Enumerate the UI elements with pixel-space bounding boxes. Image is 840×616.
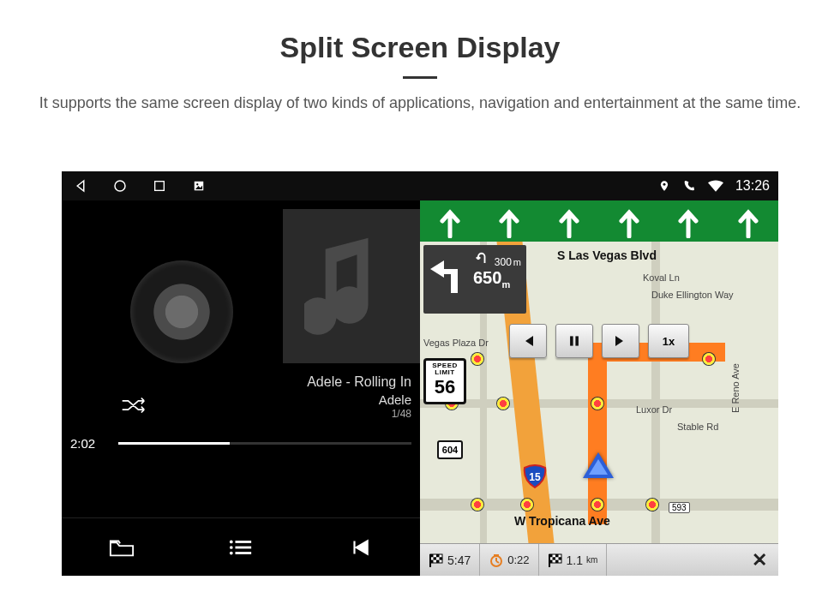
skip-next-icon xyxy=(613,334,628,348)
svg-rect-8 xyxy=(235,546,251,548)
lane-arrow-icon xyxy=(735,204,761,238)
page-title: Split Screen Display xyxy=(0,31,840,64)
skip-previous-icon xyxy=(349,536,371,559)
music-note-icon xyxy=(304,230,399,342)
distance-readout[interactable]: 1.1 km xyxy=(539,544,608,576)
page-subtitle: It supports the same screen display of t… xyxy=(34,93,806,114)
street-label: Luxor Dr xyxy=(636,404,672,415)
playlist-button[interactable] xyxy=(224,530,258,565)
interstate-shield-icon: 15 xyxy=(523,464,547,488)
exit-number-badge: 593 xyxy=(669,502,690,513)
next-turn-distance: 300m xyxy=(476,250,521,268)
folder-icon xyxy=(109,537,135,558)
android-statusbar: 13:26 xyxy=(62,171,778,200)
elapsed-time: 2:02 xyxy=(70,436,110,451)
svg-rect-10 xyxy=(235,552,251,554)
track-index: 1/48 xyxy=(307,408,411,422)
lane-arrow-icon xyxy=(496,204,522,238)
checkered-flag-icon xyxy=(548,553,563,568)
traffic-light-icon xyxy=(646,499,658,511)
traffic-light-icon xyxy=(591,499,603,511)
traffic-light-icon xyxy=(497,398,509,410)
svg-point-7 xyxy=(230,546,233,549)
svg-rect-20 xyxy=(436,559,440,562)
nav-media-controls: 1x xyxy=(509,324,689,358)
album-placeholder xyxy=(283,209,420,363)
phone-icon xyxy=(682,179,696,193)
clock-icon xyxy=(489,553,504,568)
svg-rect-1 xyxy=(155,182,165,191)
svg-rect-18 xyxy=(440,557,443,559)
duration-readout[interactable]: 0:22 xyxy=(480,544,538,576)
svg-point-9 xyxy=(230,551,233,554)
svg-text:15: 15 xyxy=(529,471,541,483)
circle-home-icon xyxy=(112,178,128,194)
uturn-icon xyxy=(476,250,491,266)
svg-rect-29 xyxy=(555,559,559,562)
close-icon: ✕ xyxy=(752,549,767,571)
speed-limit-sign: SPEED LIMIT 56 xyxy=(423,358,466,404)
home-button[interactable] xyxy=(110,176,130,196)
recents-button[interactable] xyxy=(149,176,170,196)
skip-previous-icon xyxy=(520,334,536,348)
duration-value: 0:22 xyxy=(507,553,529,566)
svg-rect-11 xyxy=(570,336,573,345)
turn-left-icon xyxy=(429,248,468,296)
street-label: E Reno Ave xyxy=(730,363,741,413)
svg-rect-25 xyxy=(555,554,559,557)
close-nav-button[interactable]: ✕ xyxy=(741,544,778,576)
distance-value: 1.1 xyxy=(567,553,583,567)
progress-row: 2:02 xyxy=(70,436,411,451)
player-bottom-bar xyxy=(62,517,420,576)
map-canvas[interactable]: S Las Vegas Blvd Koval Ln Duke Ellington… xyxy=(420,242,778,543)
lane-arrow-icon xyxy=(556,204,582,238)
track-artist: Adele xyxy=(307,392,411,409)
status-clock: 13:26 xyxy=(735,178,770,194)
eta-value: 5:47 xyxy=(447,553,471,567)
shuffle-button[interactable] xyxy=(118,394,153,416)
eta-readout[interactable]: 5:47 xyxy=(420,544,480,576)
street-label: Koval Ln xyxy=(643,272,680,283)
device-frame: 13:26 Adele - Rolling In Adel xyxy=(62,171,778,576)
seek-fill xyxy=(118,442,230,445)
turn-instruction-panel[interactable]: 300m 650m xyxy=(423,245,526,314)
pause-icon xyxy=(568,334,580,348)
seek-bar[interactable] xyxy=(118,442,411,445)
lane-guidance-bar xyxy=(420,200,778,242)
back-button[interactable] xyxy=(70,176,91,196)
nav-bottom-bar: 5:47 0:22 1.1 km ✕ xyxy=(420,543,778,576)
media-next-button[interactable] xyxy=(602,324,639,358)
svg-rect-12 xyxy=(575,336,579,345)
media-prev-button[interactable] xyxy=(509,324,547,358)
title-underline xyxy=(403,76,437,79)
svg-rect-6 xyxy=(235,541,251,543)
traffic-light-icon xyxy=(703,353,715,365)
street-label: Stable Rd xyxy=(677,422,718,432)
svg-point-5 xyxy=(230,540,233,543)
svg-point-3 xyxy=(196,183,198,185)
notification-icon[interactable] xyxy=(189,176,209,196)
triangle-back-icon xyxy=(73,178,88,194)
traffic-light-icon xyxy=(591,398,603,410)
media-pause-button[interactable] xyxy=(555,324,593,358)
street-label: Duke Ellington Way xyxy=(651,290,734,300)
turn-distance: 650m xyxy=(473,269,510,290)
picture-icon xyxy=(193,180,205,192)
list-icon xyxy=(229,538,253,557)
shuffle-icon xyxy=(121,396,150,415)
wifi-status-icon xyxy=(708,180,723,192)
location-status-icon xyxy=(658,179,670,193)
player-art-area: Adele - Rolling In Adele 1/48 2:02 xyxy=(62,200,420,517)
phone-status-icon xyxy=(682,179,696,193)
pin-icon xyxy=(658,179,670,193)
svg-rect-27 xyxy=(558,557,561,559)
speed-limit-value: 56 xyxy=(426,377,464,397)
checkered-flag-icon xyxy=(429,553,444,568)
browse-button[interactable] xyxy=(105,530,139,565)
playback-speed-button[interactable]: 1x xyxy=(648,324,689,358)
previous-track-button[interactable] xyxy=(343,530,377,565)
street-label: W Tropicana Ave xyxy=(514,514,610,528)
lane-arrow-icon xyxy=(616,204,642,238)
traffic-light-icon xyxy=(521,499,533,511)
track-meta: Adele - Rolling In Adele 1/48 xyxy=(307,374,411,422)
